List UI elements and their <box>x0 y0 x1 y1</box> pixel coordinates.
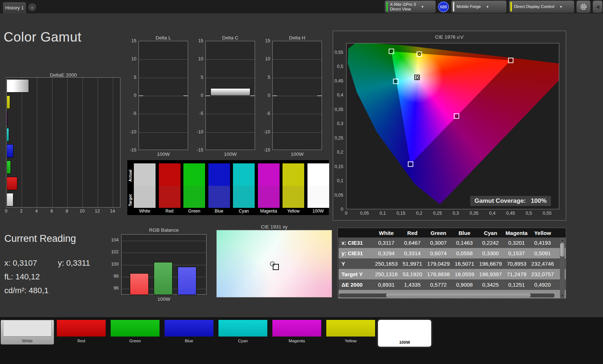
delta-gridline <box>206 59 255 60</box>
source-dropdown[interactable]: Mobile Forge ▼ <box>451 1 506 13</box>
marker-dot <box>394 80 397 83</box>
swatch-label: Cyan <box>233 209 255 214</box>
uv-x-tick: 0,05 <box>360 211 369 216</box>
marker-dot <box>409 162 412 166</box>
deltae-chart-title: DeltaE 2000 <box>6 72 120 78</box>
display-control-dropdown[interactable]: Direct Display Control ▼ <box>509 1 574 13</box>
table-cell: 0,6074 <box>425 250 451 256</box>
vertical-scroll-thumb[interactable] <box>560 243 564 257</box>
delta-y-tick: -10 <box>197 129 203 134</box>
source-name: Mobile Forge <box>457 4 481 9</box>
deltae-gridline <box>52 78 52 207</box>
marker-dot <box>455 115 458 118</box>
deltae-bar-green <box>7 160 11 174</box>
swatch-actual <box>283 163 304 186</box>
collapse-panel-button[interactable]: ◀ <box>593 1 602 13</box>
table-cell: 51,9971 <box>399 261 425 267</box>
pattern-button-green[interactable]: Green <box>109 320 162 344</box>
delta-y-tick: 0 <box>134 93 136 98</box>
rgb-y-tick: 104 <box>111 237 119 243</box>
delta-y-tick: 10 <box>131 56 136 61</box>
deltae-x-tick: 4 <box>35 209 38 214</box>
deltae-x-tick: 14 <box>110 209 115 214</box>
pattern-button-magenta[interactable]: Magenta <box>270 320 323 344</box>
rgb-y-tick: 98 <box>114 274 119 279</box>
uv-x-tick: 0,4 <box>489 211 495 216</box>
swatch-label: Yellow <box>283 209 304 214</box>
table-cell: 0,3300 <box>477 250 504 256</box>
swatch-target <box>159 186 181 208</box>
pattern-button-red[interactable]: Red <box>55 320 108 344</box>
pattern-button-yellow[interactable]: Yellow <box>324 320 377 344</box>
marker-dot <box>416 76 419 79</box>
table-row-y: Y250,165351,9971179,042916,5071196,66797… <box>339 258 566 269</box>
table-cell: 0,4193 <box>530 240 556 246</box>
cie-1931-plot <box>216 230 332 297</box>
pattern-button-100w[interactable]: 100W <box>378 320 431 347</box>
swatch-actual <box>307 163 329 186</box>
table-row-label: Target Y <box>339 271 373 277</box>
chevron-down-icon: ▼ <box>421 5 424 9</box>
table-cell: 53,1920 <box>399 271 425 277</box>
delta-h-plot <box>272 41 322 150</box>
reading-fl: fL: 140,12 <box>4 272 40 282</box>
table-cell: 0,1537 <box>504 250 530 256</box>
table-horizontal-scrollbar[interactable] <box>339 294 555 297</box>
delta-y-tick: 15 <box>198 38 203 43</box>
delta-gridline <box>139 59 188 60</box>
pattern-button-white[interactable]: White <box>1 320 54 344</box>
pattern-chip <box>3 320 52 337</box>
rgb-balance-title: RGB Balance <box>121 227 207 233</box>
display-control-name: Direct Display Control <box>514 4 554 9</box>
uv-y-tick: 0,1 <box>337 178 343 183</box>
horizontal-scroll-thumb[interactable] <box>386 294 531 297</box>
deltae-gridline <box>67 78 68 207</box>
deltae-x-tick: 6 <box>51 209 53 214</box>
pattern-label: 100W <box>378 340 431 344</box>
uv-x-tick: 0,3 <box>453 211 459 216</box>
deltae-gridline <box>37 78 37 207</box>
scroll-down-icon[interactable]: ▼ <box>560 294 565 297</box>
table-cell: 0,1463 <box>451 240 477 246</box>
table-column-header: Green <box>425 230 451 236</box>
rgb-y-tick: 96 <box>114 286 119 291</box>
tab-history-1[interactable]: History 1 <box>3 2 26 13</box>
table-cell: 0,3314 <box>399 250 425 256</box>
marker-dot <box>390 50 393 53</box>
deltae-bar-red <box>7 177 17 190</box>
add-tab-button[interactable]: + <box>28 3 36 11</box>
scroll-up-icon[interactable]: ▲ <box>560 239 565 242</box>
cie-1931-title: CIE 1931 xy <box>216 224 332 230</box>
swatch-cyan <box>233 163 255 208</box>
table-cell: 18,0559 <box>451 271 477 277</box>
pattern-button-cyan[interactable]: Cyan <box>216 320 269 344</box>
delta-h-title: Delta H <box>272 35 322 40</box>
swatch-actual <box>233 163 255 186</box>
settings-button[interactable] <box>577 1 590 13</box>
swatch-target <box>307 186 329 208</box>
pattern-chip <box>326 320 375 337</box>
reading-cdm2: cd/m²: 480,1 <box>4 286 48 295</box>
table-cell: 179,0429 <box>425 261 451 267</box>
pattern-button-blue[interactable]: Blue <box>162 320 216 344</box>
swatch-target <box>208 186 230 208</box>
delta-y-tick: 0 <box>268 93 270 98</box>
swatch-actual <box>134 163 156 186</box>
deltae-bar-100w <box>7 79 29 93</box>
zero-tick <box>250 95 255 96</box>
table-cell: 0,5772 <box>425 282 451 288</box>
white-point-marker <box>415 75 420 80</box>
delta-l-x-label: 100W <box>139 151 188 157</box>
green-point-marker <box>388 48 394 54</box>
swatch-magenta <box>258 163 280 208</box>
table-vertical-scrollbar[interactable]: ▲ ▼ <box>560 238 565 298</box>
table-row-label: Y <box>339 261 373 267</box>
meter-dropdown[interactable]: X-Rite i1Pro 3 Direct View ▼ <box>385 1 436 13</box>
table-cell: 0,1251 <box>504 282 530 288</box>
reading-count-badge[interactable]: 689 <box>438 1 449 12</box>
delta-h-chart: Delta H 151050-5-10-15 100W <box>264 35 322 162</box>
display-status-stripe <box>510 2 512 12</box>
table-cell: 71,2479 <box>504 271 530 277</box>
table-cell: 196,9397 <box>477 271 504 277</box>
table-cell: 0,3425 <box>477 282 504 288</box>
